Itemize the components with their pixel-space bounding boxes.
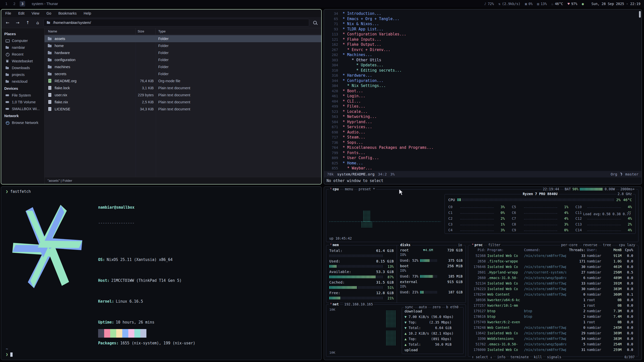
process-row[interactable]: 179127 btop btop 2 nambiar 7.3M 0.0 [468, 308, 638, 314]
menu-item[interactable]: Go [47, 11, 51, 15]
status-module[interactable]: ▤ 13% [537, 2, 547, 6]
path-bar[interactable]: /home/nambiar/system/ [44, 19, 309, 26]
column-header-type[interactable]: Type [156, 28, 321, 34]
workspace-button[interactable]: 3 [20, 1, 25, 7]
file-row[interactable]: README.org 76,4 KiB Org-mode file [45, 77, 321, 84]
cpu-option[interactable]: menu [344, 187, 354, 191]
file-row[interactable]: configuration Folder [45, 56, 321, 63]
process-row[interactable]: 176223 Isolated Web Co /nix/store/sm8fnr… [468, 286, 638, 292]
org-heading: * Emacs + Org + Tangle... [343, 17, 399, 21]
proc-option[interactable]: tree [602, 243, 612, 247]
file-row[interactable]: hardware Folder [45, 49, 321, 56]
process-program: Isolated Web Co [487, 265, 522, 269]
process-row[interactable]: 177257 kworker/10:1-mm_ 1 root 0B 0.0 [468, 303, 638, 308]
proc-option[interactable]: reverse [582, 243, 598, 247]
process-row[interactable]: 178616 btop btop 2 nambiar 7.4M 0.0 [468, 314, 638, 319]
sidebar-item[interactable]: Browse Network [1, 119, 44, 126]
file-row[interactable]: assets Folder [45, 35, 321, 42]
net-option[interactable]: b eth0 [445, 305, 460, 309]
sidebar-item[interactable]: Computer [1, 37, 44, 44]
net-option[interactable]: auto [418, 305, 428, 309]
process-row[interactable]: 2658 .firefox-wrappe 171 nambiar 1.0G 0.… [468, 258, 638, 264]
menu-item[interactable]: Bookmarks [58, 11, 77, 15]
back-button[interactable]: ← [3, 19, 12, 26]
status-module[interactable]: ♨ 46°C [551, 2, 563, 6]
sidebar-item[interactable]: Wastebasket [1, 58, 44, 64]
process-row[interactable]: 178248 Web Content /nix/store/sm8fnrf3wp… [468, 325, 638, 330]
org-heading-line: 310 * Editing secrets... [324, 68, 641, 73]
column-header-name[interactable]: Name [45, 28, 136, 34]
forward-button[interactable]: → [13, 19, 22, 26]
process-row[interactable]: 176646 Isolated Web Co /nix/store/sm8fnr… [468, 264, 638, 269]
status-module[interactable]: ▣ 0% [525, 2, 533, 6]
proc-footer-action[interactable]: info [496, 355, 506, 359]
menu-item[interactable]: File [5, 11, 11, 15]
process-row[interactable]: 38936 kworker/u64:6-kc 1 root 0B 0.0 [468, 297, 638, 303]
proc-sort-mode[interactable]: cpu lazy [618, 243, 636, 247]
file-row[interactable]: machines Folder [45, 63, 321, 70]
sidebar-item[interactable]: nambiar [1, 44, 44, 51]
proc-footer-action[interactable]: terminate [509, 355, 530, 359]
proc-footer-action[interactable]: kill [533, 355, 543, 359]
menu-item[interactable]: Help [84, 11, 91, 15]
palette-swatch [104, 333, 110, 338]
file-row[interactable]: secrets Folder [45, 70, 321, 77]
up-button[interactable]: ↑ [23, 19, 32, 26]
process-row[interactable]: 52134 Isolated Web Co /nix/store/sm8fnrf… [468, 281, 638, 286]
file-row[interactable]: LICENSE 34,3 KiB Plain text document [45, 106, 321, 113]
process-row[interactable]: 52368 Isolated Web Co /nix/store/sm8fnrf… [468, 253, 638, 258]
sidebar-item[interactable]: File System [1, 92, 44, 99]
file-row[interactable]: flake.nix 2,5 KiB Plain text document [45, 99, 321, 106]
file-name: secrets [55, 72, 66, 76]
org-heading: * Nix & Nixos... [343, 22, 379, 26]
menu-item[interactable]: Edit [18, 11, 24, 15]
process-row[interactable]: 2660 .emacs-31.0.50- /nix/store/wnqz5pa8… [468, 275, 638, 281]
process-row[interactable]: 176000 Isolated Web Co /nix/store/sm8fnr… [468, 347, 638, 352]
file-row[interactable]: flake.lock 3,1 KiB Plain text document [45, 84, 321, 92]
process-row[interactable]: 13642 Isolated Web Co /nix/store/sm8fnrf… [468, 330, 638, 336]
prompt-char: ❯ [6, 352, 8, 357]
net-option[interactable]: sync [404, 305, 414, 309]
file-row[interactable]: home Folder [45, 42, 321, 49]
sidebar-item[interactable]: projects [1, 71, 44, 78]
status-module[interactable]: ◉ [582, 2, 585, 6]
cpu-option[interactable]: preset * [358, 187, 376, 191]
status-module[interactable]: Sun, 28 Sep 2025 - 22:19 [590, 2, 640, 6]
process-row[interactable]: 3390 WebExtensions /nix/store/sm8fnrf3wp… [468, 336, 638, 341]
process-row[interactable]: 2601 .Hyprland-wrapp /run/current-system… [468, 269, 638, 275]
process-row[interactable]: 175749 kworker/6:2-even 1 root 0B 0.0 [468, 319, 638, 325]
terminal-window[interactable]: ❯ fastfetch nambiar@smallbox -----------… [1, 186, 322, 360]
net-option[interactable]: zero [431, 305, 442, 309]
proc-footer-action[interactable]: signals [546, 355, 562, 359]
process-row[interactable]: 178294 Web Content /nix/store/sm8fnrf3wp… [468, 292, 638, 297]
filter-button[interactable]: filter [487, 243, 502, 247]
status-module[interactable]: ⇅ (2.9kb/s) [498, 2, 520, 6]
proc-option[interactable]: per-core [560, 243, 579, 247]
sidebar-item[interactable]: nextcloud [1, 78, 44, 85]
update-interval[interactable]: 2000ms+ [619, 187, 636, 191]
search-button[interactable] [311, 19, 319, 26]
sidebar-item[interactable]: 1,0 TB Volume [1, 99, 44, 105]
status-module[interactable]: ♥ 97% [568, 2, 577, 6]
net-stat-text: Top: (891 Kbps) [409, 337, 452, 341]
emacs-minibuffer[interactable]: No other window to select [324, 177, 641, 184]
process-program: .emacs-31.0.50- [487, 276, 522, 280]
home-button[interactable]: ⌂ [33, 19, 42, 26]
proc-footer-action[interactable]: ↑ select ↓ [471, 355, 493, 359]
proc-header-row[interactable]: Pid: Program: Command: Threads: User: Me… [468, 247, 638, 253]
process-row[interactable]: 51762 .emacs-31.0.50- /nix/store/wnqz5pa… [468, 341, 638, 347]
scrollbar[interactable] [639, 11, 641, 18]
thunar-window: File Edit View Go Bookmarks Help ← → ↑ ⌂… [1, 9, 322, 185]
sidebar-item[interactable]: Recent [1, 51, 44, 58]
thunar-statusbar: "assets" | Folder [45, 177, 321, 184]
org-buffer[interactable]: 34 * Introduction... 65 * Emacs + Org + … [324, 10, 641, 171]
sidebar-item[interactable]: SMALLBOX Wi... [1, 105, 44, 112]
status-module[interactable]: ♪ 72% [484, 2, 494, 6]
column-header-size[interactable]: Size [136, 28, 156, 34]
file-row[interactable]: user.nix 229 bytes Plain text document [45, 92, 321, 99]
workspace-button[interactable]: 1 [4, 1, 9, 7]
sidebar-item[interactable]: Downloads [1, 64, 44, 71]
menu-item[interactable]: View [31, 11, 39, 15]
process-threads: 30 [568, 287, 585, 291]
workspace-button[interactable]: 2 [12, 1, 17, 7]
